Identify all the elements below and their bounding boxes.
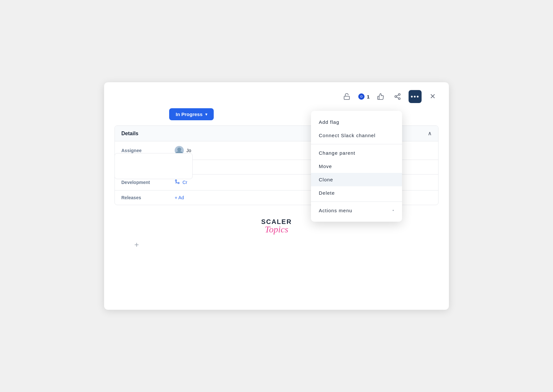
connect-slack-label: Connect Slack channel <box>319 133 375 138</box>
watch-count: 1 <box>367 94 370 99</box>
toolbar: 1 ••• <box>104 82 449 108</box>
svg-point-9 <box>178 182 179 184</box>
git-icon <box>175 179 180 186</box>
actions-menu-label: Actions menu <box>319 208 352 213</box>
svg-line-8 <box>397 95 398 96</box>
delete-label: Delete <box>319 190 335 196</box>
add-flag-label: Add flag <box>319 119 339 125</box>
svg-point-3 <box>361 96 362 97</box>
releases-value: + Ad <box>175 195 184 200</box>
add-release-link[interactable]: + Ad <box>175 195 184 200</box>
move-label: Move <box>319 163 332 169</box>
dropdown-group-1: Add flag Connect Slack channel <box>311 113 402 144</box>
details-collapse-icon[interactable]: ∧ <box>428 130 432 137</box>
development-label: Development <box>121 180 167 185</box>
dropdown-item-add-flag[interactable]: Add flag <box>311 115 402 129</box>
add-button[interactable]: + <box>130 238 143 251</box>
actions-menu-arrow-icon: • <box>392 208 394 213</box>
assignee-label: Assignee <box>121 148 167 153</box>
releases-label: Releases <box>121 195 167 200</box>
status-chevron-icon: ▾ <box>205 112 207 117</box>
status-label: In Progress <box>176 111 203 117</box>
svg-rect-0 <box>344 96 349 99</box>
svg-point-10 <box>175 180 177 181</box>
dropdown-item-move[interactable]: Move <box>311 160 402 173</box>
thumbsup-icon[interactable] <box>375 91 386 102</box>
dropdown-group-3: Actions menu • <box>311 202 402 219</box>
development-link[interactable]: Cr <box>182 180 187 185</box>
svg-line-7 <box>397 97 398 98</box>
development-value: Cr <box>175 179 187 186</box>
close-icon: ✕ <box>430 92 436 101</box>
dropdown-group-2: Change parent Move Clone Delete <box>311 144 402 202</box>
logo-area: SCALER Topics <box>104 218 449 244</box>
assignee-name: Jo <box>186 148 191 153</box>
more-options-button[interactable]: ••• Add flag Connect Slack channel Chang… <box>409 90 422 103</box>
dropdown-item-delete[interactable]: Delete <box>311 186 402 200</box>
change-parent-label: Change parent <box>319 150 355 156</box>
logo-topics: Topics <box>265 224 288 235</box>
clone-label: Clone <box>319 177 333 182</box>
lock-icon[interactable] <box>341 91 353 102</box>
mini-card <box>115 153 193 179</box>
dropdown-item-clone[interactable]: Clone <box>311 173 402 186</box>
dropdown-item-actions-menu[interactable]: Actions menu • <box>311 204 402 217</box>
dropdown-item-connect-slack[interactable]: Connect Slack channel <box>311 129 402 142</box>
dropdown-menu: Add flag Connect Slack channel Change pa… <box>311 111 402 222</box>
close-button[interactable]: ✕ <box>427 91 438 102</box>
more-dots-icon: ••• <box>411 93 419 100</box>
status-badge[interactable]: In Progress ▾ <box>169 108 214 120</box>
details-title: Details <box>121 131 138 137</box>
plus-icon: + <box>134 240 139 249</box>
share-icon[interactable] <box>392 91 403 102</box>
watch-button[interactable]: 1 <box>358 93 370 100</box>
dropdown-item-change-parent[interactable]: Change parent <box>311 146 402 160</box>
